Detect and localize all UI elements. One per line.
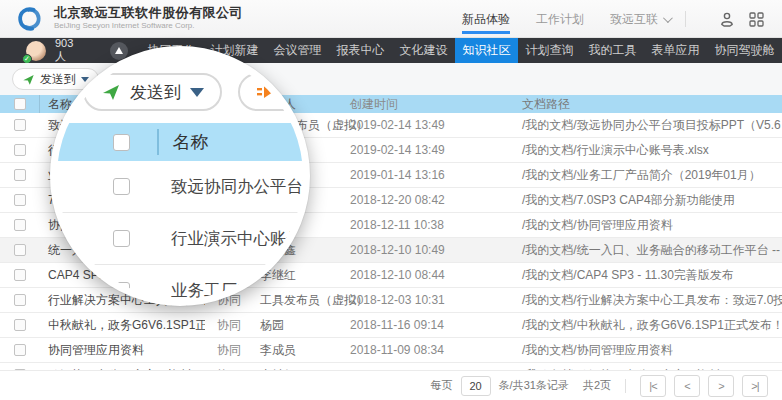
per-page-input[interactable] [461,376,491,396]
col-header-created: 创建时间 [350,96,462,113]
select-all-checkbox[interactable] [14,98,26,110]
doc-type: 协同 [205,342,260,359]
company-block: 北京致远互联软件股份有限公司 BeiJing Seeyon Internet S… [54,6,243,30]
row-checkbox[interactable] [14,269,26,281]
seeyon-logo-icon [14,4,44,34]
doc-type: 协同 [205,317,260,334]
select-all-cell [0,95,40,113]
row-checkbox[interactable] [14,319,26,331]
chevron-down-icon [663,13,673,23]
nav-item-meeting[interactable]: 会议管理 [266,38,329,63]
first-page-button[interactable]: |< [640,375,666,397]
nav-item-cockpit[interactable]: 协同驾驶舱 [707,38,782,63]
pagination-bar: 每页 条/共31条记录 共2页 |< < > >| [0,370,782,400]
row-checkbox[interactable] [113,230,130,247]
row-checkbox[interactable] [14,169,26,181]
nav-item-knowledge-community[interactable]: 知识社区 [455,38,518,63]
header-icons [719,0,764,38]
top-tabs: 新品体验 工作计划 致远互联 [462,0,670,38]
table-row[interactable]: 中秋献礼，政务G6V6.1SP1正式发布！ 协同 杨园 2018-11-16 0… [0,313,782,338]
apps-grid-icon[interactable] [749,12,764,27]
row-checkbox[interactable] [14,344,26,356]
doc-path: /我的文档/7.0SP3 CAP4部分新功能使用 [462,192,782,209]
doc-path: /我的文档/行业解决方案中心工具发布：致远7.0投标工具 [462,292,782,309]
caret-down-icon [190,88,204,97]
doc-path: /我的文档/致远协同办公平台项目投标PPT（V5.6） .ppt [462,117,782,134]
records-label: 条/共31条记录 [499,378,569,393]
nav-item-plan-query[interactable]: 计划查询 [518,38,581,63]
doc-creator: 工具发布员（虚拟） [260,292,350,309]
company-name-en: BeiJing Seeyon Internet Software Corp. [54,21,243,30]
table-row[interactable]: 协同管理应用资料 协同 李成员 2018-11-09 08:34 /我的文档/协… [0,338,782,363]
row-checkbox[interactable] [14,144,26,156]
row-checkbox[interactable] [14,244,26,256]
doc-created: 2019-02-14 13:49 [350,118,462,132]
row-checkbox[interactable] [14,194,26,206]
send-icon [101,82,121,102]
pages-label: 共2页 [583,378,611,393]
doc-name: 中秋献礼，政务G6V6.1SP1正式发布！ [40,317,205,334]
doc-path: /我的文档/中秋献礼，政务G6V6.1SP1正式发布！ [462,317,782,334]
doc-created: 2018-12-20 08:42 [350,193,462,207]
magnifier-overlay: 发送到 移动 名称 致远协同办公平台项目投标PPT（V5.6）.ppt [50,46,310,306]
doc-name: 行业演示中心账号表.xlsx [171,228,310,250]
nav-item-report-center[interactable]: 报表中心 [329,38,392,63]
table-row-clipped[interactable]: 致远协同办公平台产品资料 协同 李继红 2018-10-08 09:33 /我的… [0,363,782,370]
contact-icon[interactable] [719,11,735,27]
nav-item-my-tools[interactable]: 我的工具 [581,38,644,63]
tab-new-experience[interactable]: 新品体验 [462,0,510,38]
row-checkbox[interactable] [14,119,26,131]
doc-created: 2018-11-09 08:34 [350,343,462,357]
table-row[interactable]: 行业解决方案中心工具发布：致远7.0投标工具 协同 工具发布员（虚拟） 2018… [0,288,782,313]
move-icon [256,82,276,102]
next-page-button[interactable]: > [708,375,734,397]
doc-created: 2018-11-16 09:14 [350,318,462,332]
table-row-magnified[interactable]: 行业演示中心账号表.xlsx [57,213,310,265]
row-checkbox[interactable] [14,294,26,306]
doc-path: /我的文档/行业演示中心账号表.xlsx [462,142,782,159]
row-checkbox[interactable] [113,178,130,195]
doc-creator: 杨园 [260,317,350,334]
magnified-table-header: 名称 [57,123,310,161]
doc-created: 2018-12-03 10:31 [350,293,462,307]
member-count: 903人 [55,37,74,64]
user-avatar[interactable]: ✓ [26,41,46,61]
doc-path: /我的文档/CAP4 SP3 - 11.30完善版发布 [462,267,782,284]
doc-creator: 李成员 [260,342,350,359]
doc-created: 2019-02-14 13:49 [350,143,462,157]
col-header-path: 文档路径 [462,96,782,113]
table-row-magnified[interactable]: 致远协同办公平台项目投标PPT（V5.6）.ppt [57,161,310,213]
doc-path: /我的文档/协同管理应用资料 [462,217,782,234]
doc-created: 2019-01-14 13:16 [350,168,462,182]
send-to-button-magnified[interactable]: 发送到 [83,73,222,111]
doc-path: /我的文档/协同管理应用资料 [462,342,782,359]
header-divider [685,11,686,27]
doc-created: 2018-12-11 10:38 [350,218,462,232]
doc-path: /我的文档/业务工厂产品简介（2019年01月） [462,167,782,184]
app-window: 北京致远互联软件股份有限公司 BeiJing Seeyon Internet S… [0,0,782,400]
send-icon [22,73,35,86]
row-checkbox[interactable] [14,219,26,231]
doc-created: 2018-12-10 10:49 [350,243,462,257]
last-page-button[interactable]: >| [742,375,768,397]
main-nav: ✓ 903人 协同工作 计划新建 会议管理 报表中心 文化建设 知识社区 计划查… [0,38,782,63]
doc-creator: 李继红 [260,267,350,284]
doc-name: 致远协同办公平台项目投标PPT（V5.6）.ppt [171,176,310,198]
per-page-label: 每页 [431,378,453,393]
prev-page-button[interactable]: < [674,375,700,397]
top-header: 北京致远互联软件股份有限公司 BeiJing Seeyon Internet S… [0,0,782,38]
caret-down-icon [81,77,89,82]
doc-path: /我的文档/统一入口、业务融合的移动工作平台 -- V7.0SP3正式发布 [462,242,782,259]
nav-item-form-apps[interactable]: 表单应用 [644,38,707,63]
tab-work-plan[interactable]: 工作计划 [536,0,584,38]
nav-item-culture[interactable]: 文化建设 [392,38,455,63]
pagination-divider [625,379,626,393]
select-all-checkbox[interactable] [113,134,130,151]
doc-name: 协同管理应用资料 [40,342,205,359]
col-header-name: 名称 [173,130,209,154]
company-name: 北京致远互联软件股份有限公司 [54,6,243,21]
tab-seeyon[interactable]: 致远互联 [610,0,670,38]
doc-created: 2018-12-10 08:44 [350,268,462,282]
online-check-badge: ✓ [22,54,32,64]
